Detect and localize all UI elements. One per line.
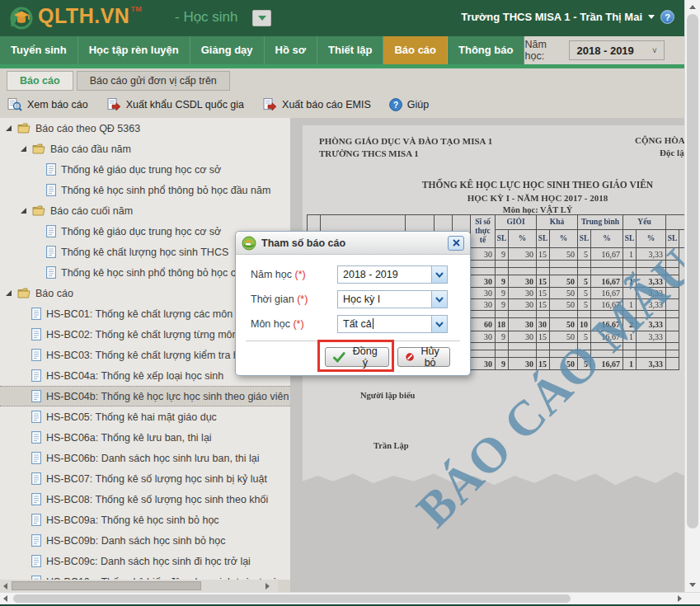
table-cell: 15 <box>537 331 550 343</box>
table-cell <box>666 311 679 318</box>
cancel-button[interactable]: Hủy bỏ <box>397 347 450 367</box>
chevron-down-icon: ˅ <box>652 46 657 55</box>
tab-2[interactable]: Giảng dạy <box>190 36 265 64</box>
table-cell <box>471 311 496 318</box>
table-header-cell: SL <box>666 230 679 248</box>
tab-1[interactable]: Học tập rèn luyện <box>78 36 190 64</box>
school-year-label: Năm học (*) <box>251 269 337 280</box>
user-menu[interactable]: Trường THCS MISA 1 - Trần Thị Mai <box>461 11 642 23</box>
tree-item[interactable]: Thống kê học sinh phổ thông bỏ học đầu n… <box>0 180 290 200</box>
table-cell <box>623 261 637 268</box>
semester-dropdown-button[interactable] <box>431 291 447 308</box>
tree-item[interactable]: Báo cáo đầu năm <box>0 139 290 159</box>
tab-6[interactable]: Thông báo <box>448 36 524 64</box>
close-icon <box>453 239 460 247</box>
scroll-left-icon[interactable] <box>3 595 7 602</box>
vertical-scrollbar[interactable] <box>684 0 700 592</box>
scroll-down-icon[interactable] <box>689 583 696 587</box>
tree-item[interactable]: HS-BC05: Thống kê hai mặt giáo dục <box>0 406 290 427</box>
table-cell <box>666 331 679 343</box>
module-label: - Học sinh <box>175 9 238 26</box>
school-year-dropdown-button[interactable] <box>431 266 447 283</box>
tab-0[interactable]: Tuyển sinh <box>0 36 78 64</box>
table-cell <box>550 261 578 268</box>
tree-item-label: HS-BC04b: Thống kê học lực học sinh theo… <box>46 391 289 402</box>
tab-5[interactable]: Báo cáo <box>383 36 448 64</box>
subject-dropdown-button[interactable] <box>431 316 447 332</box>
header-help-icon[interactable]: ? <box>660 10 674 24</box>
table-cell <box>623 311 637 318</box>
table-cell: 9 <box>496 299 509 311</box>
toolbar-item-label: Xuất khẩu CSDL quốc gia <box>126 99 244 110</box>
subtab-1[interactable]: Báo cáo gửi đơn vị cấp trên <box>77 71 230 91</box>
tree-item[interactable]: HS-BC06b: Danh sách học sinh lưu ban, th… <box>0 448 290 468</box>
tree-item[interactable]: HS-BC09c: Danh sách học sinh đi học trở … <box>0 551 290 571</box>
scroll-right-icon[interactable] <box>265 583 270 590</box>
subtab-0[interactable]: Báo cáo <box>7 71 73 91</box>
table-cell <box>537 350 550 358</box>
doc-icon <box>31 431 41 444</box>
dialog-close-button[interactable] <box>448 236 464 251</box>
tree-item[interactable]: HS-BC07: Thống kê số lượng học sinh bị k… <box>0 468 290 489</box>
table-cell <box>666 343 679 350</box>
dialog-header[interactable]: Tham số báo cáo <box>236 232 470 255</box>
table-cell: 30 <box>509 288 537 299</box>
toolbar-item-0[interactable]: Xem báo cáo <box>7 98 88 111</box>
tree-item[interactable]: Báo cáo cuối năm <box>0 200 290 221</box>
semester-combo[interactable]: Học kỳ I <box>337 290 448 308</box>
table-cell <box>509 268 537 275</box>
school-year-select[interactable]: 2018 - 2019 ˅ <box>569 40 664 60</box>
table-header-cell: % <box>591 230 623 248</box>
school-year-combo[interactable]: 2018 - 2019 <box>337 265 448 284</box>
school-year-label: Năm học: <box>524 39 561 62</box>
tree-item[interactable]: Báo cáo theo QĐ 5363 <box>0 118 290 139</box>
scroll-up-icon[interactable] <box>689 5 696 9</box>
app-window: QLTH.VNTM - Học sinh Trường THCS MISA 1 … <box>0 0 700 606</box>
vertical-scrollbar-thumb[interactable] <box>687 14 698 528</box>
school-year-value[interactable]: 2018 - 2019 <box>338 266 431 283</box>
qlth-logo-icon <box>7 4 35 32</box>
tree-horizontal-scrollbar[interactable] <box>0 580 278 592</box>
toolbar-item-2[interactable]: Xuất báo cáo EMIS <box>262 98 371 111</box>
doc-icon <box>31 369 41 382</box>
table-cell <box>471 350 496 358</box>
tree-item[interactable]: HS-BC04b: Thống kê học lực học sinh theo… <box>0 386 290 406</box>
table-header-cell: % <box>637 230 666 248</box>
horizontal-scrollbar-thumb[interactable] <box>13 594 571 603</box>
tab-3[interactable]: Hồ sơ <box>265 36 317 64</box>
export-icon <box>262 98 277 111</box>
table-cell: 30 <box>471 331 496 343</box>
tree-item[interactable]: Thống kê giáo dục trung học cơ sở <box>0 159 290 180</box>
tree-item[interactable]: HS-BC09a: Thống kê học sinh bỏ học <box>0 510 290 530</box>
subject-label: Môn học (*) <box>251 318 337 330</box>
dialog-icon <box>242 236 256 251</box>
tree-scrollbar-thumb[interactable] <box>12 581 201 590</box>
toolbar-item-label: Xuất báo cáo EMIS <box>282 99 371 110</box>
subject-combo[interactable]: Tất cả <box>337 315 448 333</box>
tab-4[interactable]: Thiết lập <box>317 36 383 64</box>
ok-button[interactable]: Đồng ý <box>325 347 389 367</box>
semester-value[interactable]: Học kỳ I <box>338 291 431 308</box>
subject-value[interactable]: Tất cả <box>338 316 431 332</box>
tree-item-label: Báo cáo cuối năm <box>50 205 133 217</box>
module-dropdown-button[interactable] <box>252 10 271 26</box>
scroll-left-icon[interactable] <box>3 583 7 590</box>
tree-item[interactable]: HS-BC09b: Danh sách học sinh bỏ học <box>0 530 290 551</box>
doc-icon <box>31 472 41 485</box>
table-cell: 30 <box>471 288 496 299</box>
doc-icon <box>46 184 56 196</box>
horizontal-scrollbar[interactable] <box>0 592 700 604</box>
tree-item-label: HS-BC09b: Danh sách học sinh bỏ học <box>46 535 226 547</box>
tree-item-label: HS-BC08: Thống kê số lượng học sinh theo… <box>46 494 268 505</box>
toolbar-item-3[interactable]: ?Giúp <box>389 98 429 111</box>
table-header-cell: % <box>550 230 578 248</box>
tree-item[interactable]: HS-BC10a: Thống kê biến động học sinh to… <box>0 571 290 580</box>
toolbar-item-1[interactable]: Xuất khẩu CSDL quốc gia <box>106 98 244 111</box>
table-cell: 1 <box>623 358 637 370</box>
table-cell <box>537 261 550 268</box>
tree-item[interactable]: HS-BC06a: Thống kê lưu ban, thi lại <box>0 427 290 448</box>
tree-item[interactable]: HS-BC08: Thống kê số lượng học sinh theo… <box>0 489 290 510</box>
table-cell: 9 <box>496 275 509 288</box>
scroll-right-icon[interactable] <box>678 595 682 602</box>
table-cell <box>537 268 550 275</box>
